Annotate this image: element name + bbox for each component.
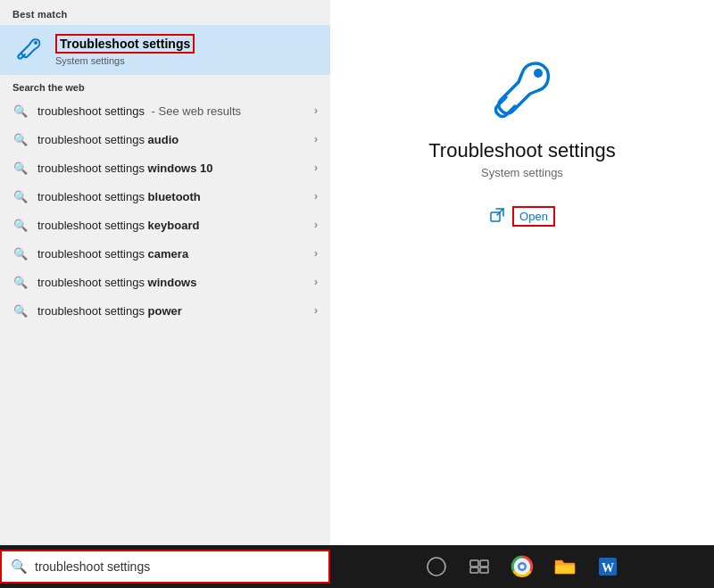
- search-icon: 🔍: [12, 274, 29, 290]
- left-panel: Best match Troubleshoot settings System …: [0, 0, 330, 545]
- search-icon: 🔍: [12, 302, 29, 319]
- search-item-windows10[interactable]: 🔍 troubleshoot settings windows 10 ›: [0, 153, 330, 182]
- search-item-bluetooth[interactable]: 🔍 troubleshoot settings bluetooth ›: [0, 182, 330, 211]
- svg-rect-7: [480, 567, 488, 573]
- right-panel: Troubleshoot settings System settings Op…: [330, 0, 714, 545]
- taskbar-search-input[interactable]: [35, 559, 320, 574]
- taskbar-start-icon[interactable]: [424, 554, 449, 579]
- taskbar-explorer-icon[interactable]: [552, 554, 577, 579]
- search-icon: 🔍: [12, 103, 29, 119]
- open-button-wrap: Open: [489, 206, 555, 227]
- open-icon: [489, 207, 505, 227]
- search-icon: 🔍: [12, 245, 29, 261]
- chevron-icon: ›: [314, 304, 318, 317]
- search-item-sub: - See web results: [148, 104, 241, 118]
- search-item-text: troubleshoot settings audio: [37, 133, 314, 146]
- open-button[interactable]: Open: [512, 206, 555, 227]
- best-match-label: Best match: [0, 0, 330, 25]
- search-item-web-results[interactable]: 🔍 troubleshoot settings - See web result…: [0, 96, 330, 125]
- taskbar-taskview-icon[interactable]: [467, 554, 492, 579]
- svg-point-1: [534, 69, 543, 78]
- taskbar: 🔍: [0, 545, 714, 588]
- web-section-label: Search the web: [0, 75, 330, 96]
- svg-point-3: [428, 558, 445, 576]
- search-icon: 🔍: [12, 217, 29, 233]
- search-icon: 🔍: [12, 160, 29, 176]
- search-item-text: troubleshoot settings power: [37, 304, 314, 318]
- chevron-icon: ›: [314, 247, 318, 260]
- search-item-text: troubleshoot settings keyboard: [37, 219, 314, 232]
- svg-point-11: [520, 565, 525, 569]
- search-item-power[interactable]: 🔍 troubleshoot settings power ›: [0, 296, 330, 325]
- search-item-text: troubleshoot settings - See web results: [37, 104, 314, 118]
- taskbar-word-icon[interactable]: W: [595, 554, 620, 579]
- taskbar-search-icon: 🔍: [11, 559, 28, 575]
- chevron-icon: ›: [314, 219, 318, 231]
- best-match-subtitle: System settings: [55, 55, 195, 66]
- search-item-camera[interactable]: 🔍 troubleshoot settings camera ›: [0, 239, 330, 268]
- troubleshoot-icon: [486, 54, 558, 125]
- svg-rect-6: [470, 567, 478, 573]
- chevron-icon: ›: [314, 161, 318, 174]
- chevron-icon: ›: [314, 104, 318, 117]
- search-icon: 🔍: [12, 188, 29, 204]
- chevron-icon: ›: [314, 133, 318, 145]
- search-item-text: troubleshoot settings windows: [37, 276, 314, 289]
- right-subtitle: System settings: [481, 166, 563, 179]
- svg-point-0: [34, 41, 37, 45]
- taskbar-right: W: [330, 554, 714, 579]
- svg-rect-5: [480, 560, 488, 567]
- search-item-windows[interactable]: 🔍 troubleshoot settings windows ›: [0, 268, 330, 296]
- chevron-icon: ›: [314, 190, 318, 203]
- search-item-text: troubleshoot settings windows 10: [37, 161, 314, 175]
- search-item-text: troubleshoot settings bluetooth: [37, 190, 314, 203]
- search-item-text: troubleshoot settings camera: [37, 247, 314, 261]
- best-match-item[interactable]: Troubleshoot settings System settings: [0, 25, 330, 75]
- main-area: Best match Troubleshoot settings System …: [0, 0, 714, 545]
- best-match-title: Troubleshoot settings: [55, 34, 195, 54]
- chevron-icon: ›: [314, 276, 318, 288]
- wrench-icon: [12, 34, 45, 66]
- taskbar-chrome-icon[interactable]: [510, 554, 535, 579]
- right-title: Troubleshoot settings: [428, 139, 616, 162]
- svg-rect-4: [470, 560, 478, 567]
- search-item-keyboard[interactable]: 🔍 troubleshoot settings keyboard ›: [0, 211, 330, 239]
- taskbar-search[interactable]: 🔍: [0, 550, 330, 584]
- svg-text:W: W: [602, 561, 614, 575]
- best-match-text: Troubleshoot settings System settings: [55, 34, 195, 66]
- search-icon: 🔍: [12, 131, 29, 147]
- search-item-audio[interactable]: 🔍 troubleshoot settings audio ›: [0, 125, 330, 153]
- svg-rect-12: [555, 565, 575, 574]
